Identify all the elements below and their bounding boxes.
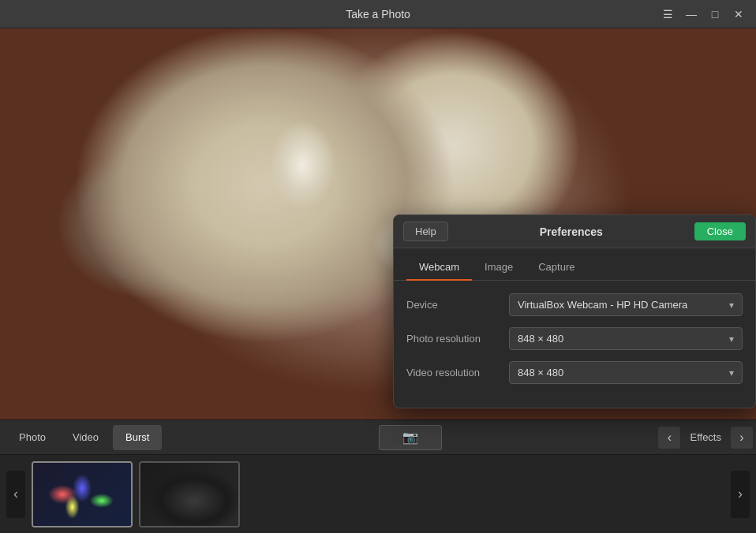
photo-resolution-select[interactable]: 848 × 480 ▾ xyxy=(509,327,743,350)
minimize-button[interactable]: — xyxy=(680,5,702,24)
video-resolution-value: 848 × 480 xyxy=(518,367,724,378)
capture-button[interactable]: 📷 xyxy=(379,425,442,450)
tab-video[interactable]: Video xyxy=(60,425,111,450)
dialog-close-button[interactable]: Close xyxy=(694,222,746,240)
video-resolution-label: Video resolution xyxy=(406,367,509,378)
menu-button[interactable]: ☰ xyxy=(657,5,679,24)
tab-webcam[interactable]: Webcam xyxy=(406,255,472,281)
effects-nav-right[interactable]: › xyxy=(731,427,753,449)
video-resolution-select[interactable]: 848 × 480 ▾ xyxy=(509,361,743,384)
thumbnail-2[interactable] xyxy=(139,461,240,527)
effects-button[interactable]: Effects xyxy=(682,425,729,450)
device-row: Device VirtualBox Webcam - HP HD Camera … xyxy=(406,293,743,316)
dialog-header: Help Preferences Close xyxy=(394,215,755,248)
tab-capture[interactable]: Capture xyxy=(526,255,587,281)
toolbar-right: ‹ Effects › xyxy=(658,425,756,450)
dialog-title: Preferences xyxy=(540,226,603,238)
thumbnails-bar: ‹ › xyxy=(0,454,756,533)
tab-photo[interactable]: Photo xyxy=(6,425,58,450)
device-dropdown-arrow: ▾ xyxy=(729,300,734,311)
effects-nav-left[interactable]: ‹ xyxy=(658,427,680,449)
video-resolution-dropdown-arrow: ▾ xyxy=(729,367,734,378)
photo-resolution-row: Photo resolution 848 × 480 ▾ xyxy=(406,327,743,350)
thumbnail-1-image xyxy=(33,463,131,526)
device-value: VirtualBox Webcam - HP HD Camera xyxy=(518,299,724,311)
device-label: Device xyxy=(406,299,509,311)
help-button[interactable]: Help xyxy=(403,222,448,241)
window-controls: ☰ — □ ✕ xyxy=(657,5,750,24)
photo-resolution-label: Photo resolution xyxy=(406,333,509,345)
thumbnail-2-image xyxy=(140,463,238,526)
thumbnails-nav-left[interactable]: ‹ xyxy=(6,471,25,518)
video-resolution-row: Video resolution 848 × 480 ▾ xyxy=(406,361,743,384)
tab-burst[interactable]: Burst xyxy=(113,425,162,450)
video-camera-icon: 📷 xyxy=(402,430,418,445)
thumbnails-nav-right[interactable]: › xyxy=(731,471,750,518)
thumbnail-1[interactable] xyxy=(32,461,133,527)
dialog-body: Device VirtualBox Webcam - HP HD Camera … xyxy=(394,281,755,408)
window-title: Take a Photo xyxy=(346,8,410,20)
title-bar: Take a Photo ☰ — □ ✕ xyxy=(0,0,756,28)
device-select[interactable]: VirtualBox Webcam - HP HD Camera ▾ xyxy=(509,293,743,316)
preferences-dialog: Help Preferences Close Webcam Image Capt… xyxy=(393,214,756,408)
toolbar-center: 📷 xyxy=(162,425,658,450)
mode-tabs: Photo Video Burst xyxy=(0,420,162,454)
dialog-tabs: Webcam Image Capture xyxy=(394,248,755,281)
maximize-button[interactable]: □ xyxy=(704,5,726,24)
tab-image[interactable]: Image xyxy=(472,255,526,281)
close-button[interactable]: ✕ xyxy=(728,5,750,24)
main-area: Photo Video Burst 📷 ‹ Effects › ‹ › xyxy=(0,28,756,533)
photo-resolution-dropdown-arrow: ▾ xyxy=(729,334,734,345)
photo-resolution-value: 848 × 480 xyxy=(518,333,724,345)
bottom-toolbar: Photo Video Burst 📷 ‹ Effects › xyxy=(0,419,756,454)
thumbnails-list xyxy=(25,458,731,531)
